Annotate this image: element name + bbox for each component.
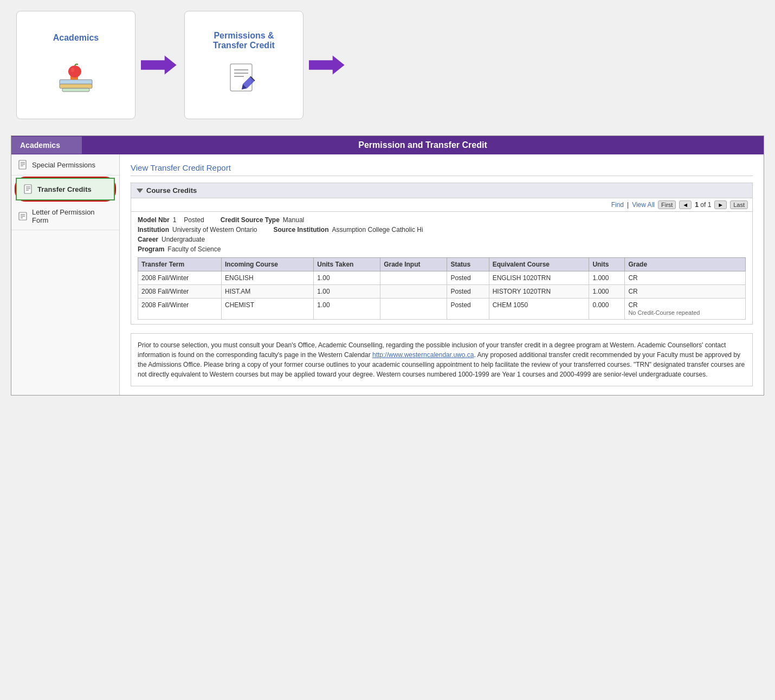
special-permissions-label: Special Permissions <box>32 161 95 169</box>
table-row: 2008 Fall/WinterCHEMIST1.00PostedCHEM 10… <box>138 299 746 320</box>
model-nbr-label: Model Nbr <box>138 216 170 224</box>
svg-rect-13 <box>19 160 26 169</box>
panel-academics-label: Academics <box>11 137 82 154</box>
table-cell: ENGLISH <box>221 271 313 285</box>
course-credits-label: Course Credits <box>146 186 197 195</box>
sidebar: Special Permissions Transfer Credits <box>11 154 120 395</box>
col-equivalent-course: Equivalent Course <box>489 258 589 271</box>
col-units-taken: Units Taken <box>314 258 380 271</box>
first-nav[interactable]: First <box>658 200 676 209</box>
svg-marker-12 <box>309 56 345 75</box>
col-grade-input: Grade Input <box>380 258 447 271</box>
svg-rect-17 <box>24 185 31 193</box>
model-info: Model Nbr 1 Posted Credit Source Type Ma… <box>131 212 753 325</box>
career-field: Career Undergraduate <box>138 236 205 243</box>
table-cell: 1.000 <box>589 271 625 285</box>
table-header-row: Transfer Term Incoming Course Units Take… <box>138 258 746 271</box>
permissions-icon <box>228 61 260 99</box>
model-row-3: Career Undergraduate <box>138 236 746 243</box>
svg-marker-6 <box>141 56 177 75</box>
program-value: Faculty of Science <box>167 245 221 253</box>
panel-header: Academics Permission and Transfer Credit <box>11 136 764 154</box>
academics-card-title: Academics <box>53 33 99 43</box>
transfer-credits-wrapper: Transfer Credits <box>15 177 116 202</box>
table-row: 2008 Fall/WinterENGLISH1.00PostedENGLISH… <box>138 271 746 285</box>
institution-field: Institution University of Western Ontari… <box>138 226 257 234</box>
main-content: View Transfer Credit Report Course Credi… <box>120 154 764 395</box>
main-panel: Academics Permission and Transfer Credit… <box>11 135 764 396</box>
page-of: of <box>700 201 707 209</box>
table-cell: CR <box>625 271 746 285</box>
model-row-2: Institution University of Western Ontari… <box>138 226 746 234</box>
table-cell: 2008 Fall/Winter <box>138 299 222 320</box>
credit-source-type-label: Credit Source Type <box>221 216 280 224</box>
sidebar-item-transfer-credits[interactable]: Transfer Credits <box>16 178 115 200</box>
prev-page-button[interactable]: ◄ <box>679 200 692 209</box>
model-nbr-field: Model Nbr 1 Posted <box>138 216 204 224</box>
letter-of-permission-icon <box>18 211 28 221</box>
table-cell: 2008 Fall/Winter <box>138 271 222 285</box>
letter-of-permission-label: Letter of Permission Form <box>32 208 113 224</box>
career-value: Undergraduate <box>162 236 205 243</box>
transfer-credits-icon <box>23 184 33 194</box>
page-total: 1 <box>708 201 712 209</box>
top-section: Academics Permissions & Transfer Credit <box>0 0 775 130</box>
find-link[interactable]: Find <box>611 201 624 209</box>
table-cell <box>380 271 447 285</box>
panel-title: Permission and Transfer Credit <box>82 136 764 154</box>
page-info: 1 of 1 <box>695 201 711 209</box>
table-cell: 1.00 <box>314 285 380 299</box>
table-cell: 1.000 <box>589 285 625 299</box>
col-transfer-term: Transfer Term <box>138 258 222 271</box>
permissions-card-title: Permissions & Transfer Credit <box>196 31 292 50</box>
last-nav[interactable]: Last <box>730 200 748 209</box>
credit-source-type-value: Manual <box>283 216 304 224</box>
collapse-icon[interactable] <box>137 189 143 193</box>
model-row-4: Program Faculty of Science <box>138 245 746 253</box>
table-cell: Posted <box>447 299 489 320</box>
section-title: View Transfer Credit Report <box>131 163 753 176</box>
notice-box: Prior to course selection, you must cons… <box>131 333 753 386</box>
sidebar-item-special-permissions[interactable]: Special Permissions <box>11 154 119 176</box>
col-status: Status <box>447 258 489 271</box>
table-cell: HIST.AM <box>221 285 313 299</box>
credit-source-type-field: Credit Source Type Manual <box>221 216 305 224</box>
col-incoming-course: Incoming Course <box>221 258 313 271</box>
table-cell: 2008 Fall/Winter <box>138 285 222 299</box>
notice-link[interactable]: http://www.westerncalendar.uwo.ca <box>372 351 474 359</box>
table-cell: 1.00 <box>314 299 380 320</box>
find-bar: Find | View All First ◄ 1 of 1 ► Last <box>131 198 753 212</box>
posted-value: Posted <box>184 216 204 224</box>
table-cell: Posted <box>447 271 489 285</box>
source-institution-value: Assumption College Catholic Hi <box>332 226 423 234</box>
col-units: Units <box>589 258 625 271</box>
table-cell: CR <box>625 285 746 299</box>
svg-rect-2 <box>62 88 89 92</box>
svg-point-4 <box>68 66 81 77</box>
course-credits-header: Course Credits <box>131 183 753 198</box>
panel-body: Special Permissions Transfer Credits <box>11 154 764 395</box>
table-cell: CHEM 1050 <box>489 299 589 320</box>
model-row-1: Model Nbr 1 Posted Credit Source Type Ma… <box>138 216 746 224</box>
table-cell: CHEMIST <box>221 299 313 320</box>
program-field: Program Faculty of Science <box>138 245 221 253</box>
table-cell: 0.000 <box>589 299 625 320</box>
career-label: Career <box>138 236 158 243</box>
table-row: 2008 Fall/WinterHIST.AM1.00PostedHISTORY… <box>138 285 746 299</box>
institution-value: University of Western Ontario <box>172 226 257 234</box>
arrow-to-permissions <box>141 51 179 79</box>
sidebar-item-letter-of-permission[interactable]: Letter of Permission Form <box>11 203 119 230</box>
view-all-link[interactable]: View All <box>632 201 655 209</box>
table-cell: Posted <box>447 285 489 299</box>
permissions-card: Permissions & Transfer Credit <box>184 11 303 119</box>
table-cell: HISTORY 1020TRN <box>489 285 589 299</box>
source-institution-label: Source Institution <box>273 226 328 234</box>
table-cell <box>380 285 447 299</box>
academics-card: Academics <box>16 11 135 119</box>
special-permissions-icon <box>18 160 28 170</box>
source-institution-field: Source Institution Assumption College Ca… <box>273 226 423 234</box>
model-nbr-value: 1 <box>173 216 177 224</box>
svg-rect-1 <box>60 84 92 88</box>
svg-point-5 <box>71 68 74 72</box>
next-page-button[interactable]: ► <box>714 200 727 209</box>
